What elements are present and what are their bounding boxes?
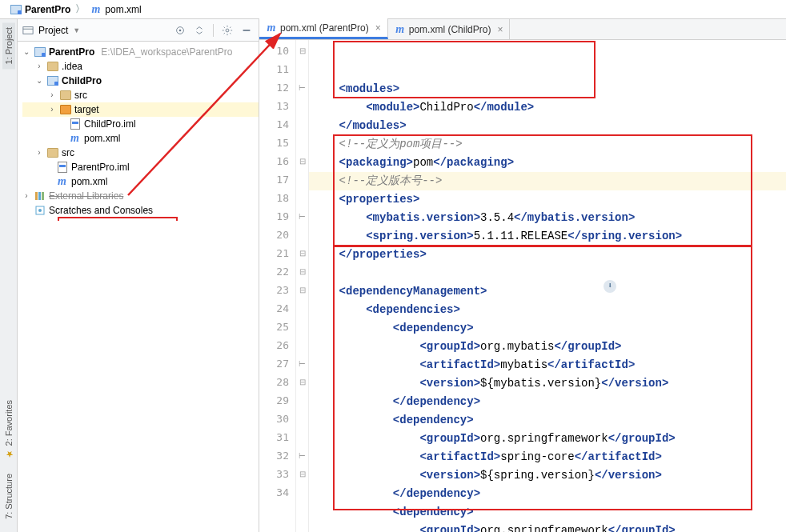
line-number-gutter: 1011121314151617181920212223242526272829… bbox=[259, 40, 296, 532]
tree-childpro[interactable]: ⌄ ChildPro bbox=[22, 74, 259, 88]
svg-rect-6 bbox=[35, 192, 38, 200]
tree-idea-label: .idea bbox=[62, 59, 82, 74]
breadcrumb-file[interactable]: pom.xml bbox=[86, 4, 144, 15]
project-tree[interactable]: ⌄ ParentPro E:\IDEA_workspace\ParentPro … bbox=[18, 42, 259, 221]
tree-child-target[interactable]: › target bbox=[22, 102, 259, 117]
breadcrumb-file-label: pom.xml bbox=[105, 4, 141, 15]
target-folder-icon bbox=[59, 105, 71, 114]
maven-icon bbox=[395, 24, 406, 35]
tree-parent-pom-label: pom.xml bbox=[71, 174, 107, 189]
tree-extlib-label: External Libraries bbox=[49, 189, 123, 203]
close-icon[interactable]: × bbox=[372, 22, 381, 34]
tree-external-libs[interactable]: › External Libraries bbox=[22, 189, 259, 203]
maven-icon bbox=[266, 22, 277, 34]
module-folder-icon bbox=[46, 76, 58, 86]
editor-tabs: pom.xml (ParentPro) × pom.xml (ChildPro)… bbox=[259, 19, 786, 40]
tree-scratches[interactable]: Scratches and Consoles bbox=[22, 203, 259, 218]
expand-icon[interactable]: › bbox=[22, 189, 30, 203]
library-icon bbox=[34, 190, 46, 202]
editor-body[interactable]: 1011121314151617181920212223242526272829… bbox=[259, 40, 786, 532]
gutter-marker-icon[interactable]: ⬇ bbox=[604, 280, 616, 293]
svg-point-3 bbox=[179, 29, 182, 31]
tree-child-target-label: target bbox=[74, 102, 99, 117]
tree-scratches-label: Scratches and Consoles bbox=[49, 203, 153, 218]
tool-tab-structure[interactable]: 7: Structure bbox=[2, 469, 15, 524]
tree-idea[interactable]: › .idea bbox=[22, 59, 259, 74]
svg-rect-0 bbox=[23, 26, 33, 34]
expand-icon[interactable]: › bbox=[35, 146, 43, 160]
tree-parent-iml-label: ParentPro.iml bbox=[71, 160, 130, 174]
close-icon[interactable]: × bbox=[494, 24, 503, 35]
tool-tab-project[interactable]: 1: Project bbox=[2, 22, 15, 69]
svg-rect-5 bbox=[243, 30, 251, 31]
iml-file-icon bbox=[69, 118, 81, 130]
tree-child-pom-label: pom.xml bbox=[84, 131, 120, 146]
tab-pom-child[interactable]: pom.xml (ChildPro) × bbox=[388, 19, 511, 39]
gear-icon[interactable] bbox=[220, 23, 235, 38]
folder-icon bbox=[46, 62, 58, 71]
tab-pom-child-label: pom.xml (ChildPro) bbox=[409, 24, 491, 35]
editor-pane: pom.xml (ParentPro) × pom.xml (ChildPro)… bbox=[259, 19, 786, 532]
locate-icon[interactable] bbox=[173, 23, 187, 38]
collapse-icon[interactable]: ⌄ bbox=[35, 74, 43, 88]
tree-root[interactable]: ⌄ ParentPro E:\IDEA_workspace\ParentPro bbox=[22, 45, 259, 59]
svg-rect-7 bbox=[38, 192, 41, 200]
tree-childpro-label: ChildPro bbox=[62, 74, 102, 88]
maven-icon bbox=[69, 133, 81, 144]
tree-parent-pom[interactable]: pom.xml bbox=[22, 174, 259, 189]
tree-root-path: E:\IDEA_workspace\ParentPro bbox=[101, 45, 232, 59]
fold-gutter[interactable]: ⊟⊢⊟⊢⊟⊟⊟⊢⊟⊢⊟ bbox=[296, 40, 309, 532]
svg-rect-8 bbox=[42, 192, 44, 200]
breadcrumb-project-label: ParentPro bbox=[25, 4, 70, 15]
tool-tab-favorites[interactable]: ★2: Favorites bbox=[2, 395, 15, 464]
expand-all-icon[interactable] bbox=[192, 23, 207, 38]
tree-child-iml[interactable]: ChildPro.iml bbox=[22, 117, 259, 131]
svg-point-10 bbox=[38, 209, 42, 212]
tree-child-iml-label: ChildPro.iml bbox=[84, 117, 136, 131]
hide-icon[interactable] bbox=[239, 23, 254, 38]
code-area[interactable]: ⬇ <modules> <module>ChildPro</module> </… bbox=[309, 40, 786, 532]
scratches-icon bbox=[34, 205, 46, 216]
project-pane: Project ▼ ⌄ ParentPro E:\IDEA_workspace\… bbox=[18, 19, 259, 532]
breadcrumb: ParentPro 〉 pom.xml bbox=[0, 0, 786, 19]
folder-icon bbox=[46, 148, 58, 158]
project-dropdown-label[interactable]: Project bbox=[38, 25, 68, 36]
tree-child-pom[interactable]: pom.xml bbox=[22, 131, 259, 146]
svg-point-4 bbox=[226, 29, 229, 32]
chevron-down-icon: ▼ bbox=[73, 26, 80, 34]
iml-file-icon bbox=[56, 162, 68, 173]
tree-parent-iml[interactable]: ParentPro.iml bbox=[22, 160, 259, 174]
tree-child-src-label: src bbox=[74, 88, 87, 102]
folder-icon bbox=[59, 90, 71, 100]
expand-icon[interactable]: › bbox=[48, 102, 56, 117]
tab-pom-parent-label: pom.xml (ParentPro) bbox=[280, 22, 369, 34]
tree-src[interactable]: › src bbox=[22, 146, 259, 160]
chevron-right-icon: 〉 bbox=[74, 2, 86, 16]
maven-icon bbox=[90, 4, 102, 15]
tool-window-bar: 1: Project ★2: Favorites 7: Structure bbox=[0, 19, 18, 532]
tree-src-label: src bbox=[62, 146, 74, 160]
collapse-icon[interactable]: ⌄ bbox=[22, 45, 30, 59]
folder-icon bbox=[10, 5, 22, 14]
expand-icon[interactable]: › bbox=[35, 59, 43, 74]
project-header: Project ▼ bbox=[18, 19, 259, 42]
project-view-icon bbox=[22, 25, 34, 36]
module-folder-icon bbox=[34, 47, 46, 57]
maven-icon bbox=[56, 176, 68, 187]
tree-root-label: ParentPro bbox=[49, 45, 94, 59]
breadcrumb-project[interactable]: ParentPro bbox=[6, 4, 74, 15]
tab-pom-parent[interactable]: pom.xml (ParentPro) × bbox=[259, 18, 388, 39]
tree-child-src[interactable]: › src bbox=[22, 88, 259, 102]
expand-icon[interactable]: › bbox=[48, 88, 56, 102]
